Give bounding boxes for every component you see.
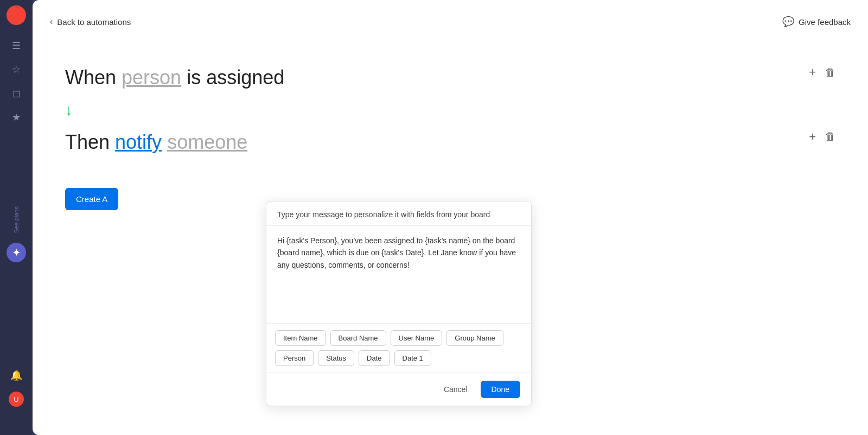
- popup-header-text: Type your message to personalize it with…: [266, 201, 531, 226]
- see-plans-label[interactable]: See plans: [13, 206, 20, 233]
- give-feedback-button[interactable]: 💬 Give feedback: [782, 16, 851, 28]
- main-panel: ‹ Back to automations 💬 Give feedback Wh…: [33, 0, 868, 435]
- when-line: When person is assigned: [65, 65, 835, 91]
- tag-date-1[interactable]: Date 1: [394, 350, 431, 366]
- back-label: Back to automations: [57, 17, 131, 27]
- popup-done-button[interactable]: Done: [481, 381, 520, 398]
- then-someone-variable[interactable]: someone: [167, 131, 247, 153]
- when-person-variable[interactable]: person: [122, 66, 181, 89]
- then-section: Then notify someone + 🗑: [65, 130, 835, 155]
- when-suffix: is assigned: [187, 66, 284, 89]
- sidebar-item-menu[interactable]: ☰: [7, 36, 26, 55]
- then-line: Then notify someone: [65, 130, 835, 155]
- sidebar-bottom-icons: 🔔 U: [7, 365, 26, 413]
- message-popup: Type your message to personalize it with…: [266, 201, 532, 406]
- sidebar-add-icon[interactable]: ✦: [7, 243, 26, 262]
- sidebar-item-user-circle[interactable]: U: [7, 389, 26, 409]
- tag-user-name[interactable]: User Name: [391, 330, 443, 346]
- when-section: When person is assigned + 🗑: [65, 65, 835, 91]
- then-action-icons: + 🗑: [809, 130, 835, 144]
- popup-message-textarea[interactable]: Hi {task's Person}, you've been assigned…: [266, 226, 531, 324]
- then-delete-icon[interactable]: 🗑: [825, 130, 835, 143]
- popup-cancel-button[interactable]: Cancel: [437, 381, 474, 398]
- create-automation-button[interactable]: Create A: [65, 188, 118, 210]
- sidebar-item-bookmark[interactable]: ★: [7, 108, 26, 127]
- then-notify-action[interactable]: notify: [115, 131, 162, 153]
- popup-tags-section: Item Name Board Name User Name Group Nam…: [266, 324, 531, 373]
- popup-footer: Cancel Done: [266, 373, 531, 406]
- sidebar-plans-section: See plans ✦: [0, 206, 33, 262]
- tag-status[interactable]: Status: [318, 350, 354, 366]
- top-bar: ‹ Back to automations 💬 Give feedback: [33, 0, 868, 43]
- flow-arrow-down: ↓: [65, 102, 835, 119]
- feedback-icon: 💬: [782, 16, 794, 28]
- tag-board-name[interactable]: Board Name: [330, 330, 386, 346]
- when-add-icon[interactable]: +: [809, 65, 816, 79]
- then-add-icon[interactable]: +: [809, 130, 816, 144]
- back-arrow-icon: ‹: [50, 17, 53, 27]
- when-prefix: When: [65, 66, 116, 89]
- sidebar-item-star[interactable]: ☆: [7, 60, 26, 79]
- then-prefix: Then: [65, 131, 110, 153]
- sidebar: ☰ ☆ ◻ ★ See plans ✦ 🔔 U: [0, 0, 33, 435]
- back-to-automations-link[interactable]: ‹ Back to automations: [50, 17, 131, 27]
- tag-item-name[interactable]: Item Name: [275, 330, 326, 346]
- app-logo[interactable]: [7, 5, 26, 25]
- when-delete-icon[interactable]: 🗑: [825, 66, 835, 79]
- feedback-label: Give feedback: [799, 17, 851, 27]
- tag-group-name[interactable]: Group Name: [446, 330, 503, 346]
- sidebar-item-box[interactable]: ◻: [7, 84, 26, 103]
- when-action-icons: + 🗑: [809, 65, 835, 79]
- sidebar-item-bell[interactable]: 🔔: [7, 365, 26, 385]
- tag-date[interactable]: Date: [359, 350, 390, 366]
- tag-person[interactable]: Person: [275, 350, 314, 366]
